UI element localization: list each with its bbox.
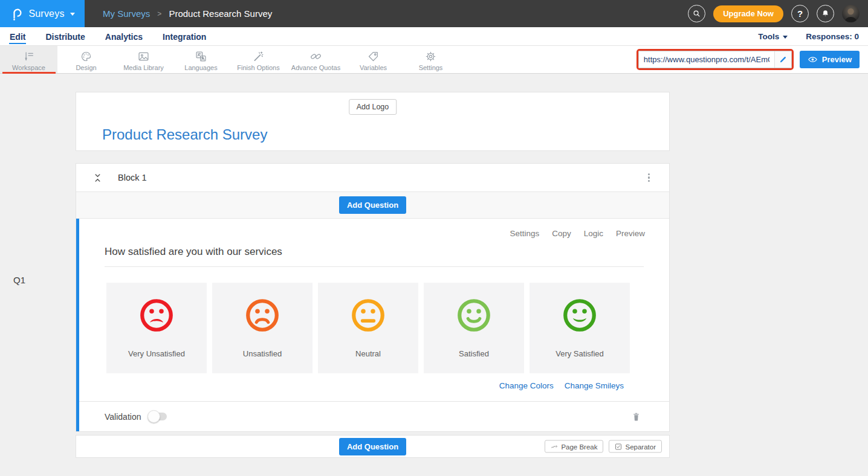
separator-button[interactable]: Separator: [609, 440, 662, 453]
workspace-canvas: Q1 Add Logo Product Research Survey Bloc…: [0, 92, 868, 476]
add-logo-button[interactable]: Add Logo: [349, 99, 397, 115]
smiley-option[interactable]: Very Satisfied: [530, 283, 630, 373]
preview-button[interactable]: Preview: [800, 51, 860, 68]
block-footer: Add Question Page Break Separator: [76, 435, 670, 458]
nav-right: Tools Responses: 0: [758, 32, 859, 41]
separator-checkbox-icon: [615, 443, 622, 450]
search-button[interactable]: [688, 5, 705, 22]
question-action-link[interactable]: Preview: [616, 229, 645, 238]
breadcrumb: My Surveys > Product Research Survey: [103, 0, 272, 27]
collapse-block-button[interactable]: [93, 173, 102, 183]
toolbar-tab[interactable]: Advance Quotas: [287, 46, 345, 73]
toggle-knob: [147, 410, 160, 423]
share-url-input[interactable]: [639, 51, 774, 68]
smiley-option[interactable]: Very Unsatisfied: [106, 283, 207, 373]
toolbar-tab[interactable]: Media Library: [115, 46, 172, 73]
share-url-field: [638, 51, 792, 68]
question-action-link[interactable]: Settings: [510, 229, 539, 238]
page-break-label: Page Break: [561, 443, 597, 450]
survey-header-card: Add Logo Product Research Survey: [76, 92, 670, 151]
block-title[interactable]: Block 1: [118, 173, 147, 182]
survey-nav: EditDistributeAnalyticsIntegration Tools…: [0, 27, 868, 46]
toolbar-items: Workspace Design Media Library Languages…: [0, 46, 459, 73]
question-id-label: Q1: [13, 275, 25, 285]
product-name: Surveys: [28, 8, 64, 19]
toolbar-tab[interactable]: Design: [57, 46, 115, 73]
toolbar-tab[interactable]: Variables: [345, 46, 402, 73]
trash-icon: [631, 411, 641, 423]
question-action-link[interactable]: Copy: [552, 229, 571, 238]
toolbar-right: Preview: [636, 46, 868, 73]
smiley-icon: [138, 297, 175, 334]
breadcrumb-separator: >: [157, 10, 161, 18]
toolbar-tab[interactable]: Workspace: [0, 46, 57, 73]
edit-url-button[interactable]: [774, 51, 791, 68]
smiley-icon: [455, 297, 493, 334]
nav-tab[interactable]: Integration: [162, 29, 207, 44]
question-card: SettingsCopyLogicPreview How satisfied a…: [76, 219, 669, 431]
chevron-down-icon: [70, 13, 75, 16]
questionpro-logo-icon: [10, 7, 23, 21]
help-button[interactable]: ?: [791, 5, 809, 22]
page-break-button[interactable]: Page Break: [545, 440, 603, 453]
pencil-icon: [779, 55, 788, 64]
block-card: Block 1 Add Question SettingsCopyLogicPr…: [76, 163, 670, 432]
page-break-icon: [551, 443, 558, 450]
questionpro-logo-menu[interactable]: Surveys: [0, 0, 85, 27]
toolbar-tab[interactable]: Languages: [172, 46, 230, 73]
toolbar-tab[interactable]: Settings: [402, 46, 459, 73]
bell-icon: [821, 9, 830, 18]
validation-toggle[interactable]: [149, 413, 167, 420]
validation-row: Validation: [79, 401, 669, 431]
smiley-option[interactable]: Satisfied: [424, 283, 524, 373]
chevron-down-icon: [783, 36, 788, 39]
responses-count: Responses: 0: [806, 32, 859, 41]
block-header: Block 1: [76, 164, 669, 192]
change-colors-link[interactable]: Change Colors: [499, 381, 554, 390]
smiley-option-label: Very Satisfied: [555, 349, 604, 358]
survey-title[interactable]: Product Research Survey: [102, 126, 267, 143]
smiley-icon: [244, 297, 281, 334]
collapse-icon: [93, 173, 102, 183]
question-actions: SettingsCopyLogicPreview: [79, 219, 669, 238]
add-question-row: Add Question: [76, 192, 669, 219]
question-mark-icon: ?: [797, 8, 803, 19]
tools-menu[interactable]: Tools: [758, 32, 788, 41]
add-question-button-bottom[interactable]: Add Question: [339, 438, 406, 455]
annotation-highlight: [636, 49, 794, 70]
nav-tabs: EditDistributeAnalyticsIntegration: [9, 29, 225, 44]
nav-tab[interactable]: Distribute: [45, 29, 85, 44]
separator-label: Separator: [625, 443, 656, 450]
footer-tools: Page Break Separator: [545, 440, 662, 453]
toolbar-tab[interactable]: Finish Options: [230, 46, 287, 73]
editor-toolbar: Workspace Design Media Library Languages…: [0, 46, 868, 74]
question-action-link[interactable]: Logic: [584, 229, 603, 238]
header-actions: Upgrade Now ?: [688, 0, 868, 27]
smiley-option[interactable]: Unsatisfied: [212, 283, 313, 373]
smiley-option-label: Very Unsatisfied: [128, 349, 185, 358]
nav-tab[interactable]: Analytics: [105, 29, 143, 44]
breadcrumb-current: Product Research Survey: [169, 8, 272, 19]
smiley-icon: [561, 297, 598, 334]
change-smileys-link[interactable]: Change Smileys: [565, 381, 624, 390]
user-avatar[interactable]: [842, 5, 860, 22]
top-bar: Surveys My Surveys > Product Research Su…: [0, 0, 868, 27]
question-links: Change Colors Change Smileys: [79, 381, 624, 390]
tools-label: Tools: [758, 32, 779, 41]
smiley-option-label: Satisfied: [459, 349, 489, 358]
smiley-option[interactable]: Neutral: [318, 283, 418, 373]
smiley-option-label: Neutral: [355, 349, 381, 358]
add-question-button[interactable]: Add Question: [339, 196, 406, 214]
avatar-photo: [842, 5, 860, 22]
search-icon: [692, 9, 701, 18]
question-title[interactable]: How satisfied are you with our services: [105, 246, 644, 267]
upgrade-now-button[interactable]: Upgrade Now: [713, 5, 783, 22]
delete-question-button[interactable]: [631, 411, 641, 423]
smiley-option-label: Unsatisfied: [243, 349, 282, 358]
notifications-button[interactable]: [817, 5, 834, 22]
smiley-options-row: Very UnsatisfiedUnsatisfiedNeutralSatisf…: [106, 283, 632, 373]
nav-tab[interactable]: Edit: [9, 29, 26, 44]
smiley-icon: [349, 297, 387, 334]
block-menu-button[interactable]: [646, 169, 653, 185]
breadcrumb-parent[interactable]: My Surveys: [103, 8, 150, 19]
